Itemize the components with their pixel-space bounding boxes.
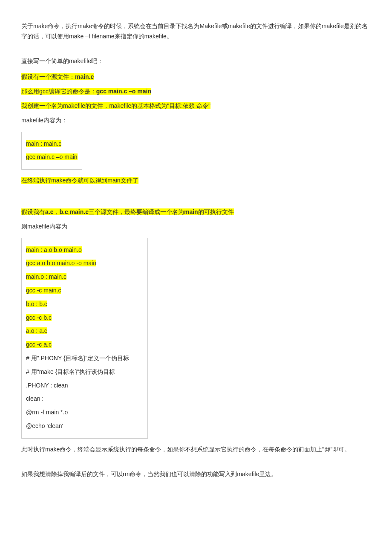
separator: ， (53, 208, 59, 215)
code-line: main.o : main.c (26, 273, 66, 280)
code-line: # 用"make {目标名}"执行该伪目标 (26, 368, 115, 375)
section1-lead: 直接写一个简单的makefile吧： (21, 56, 371, 66)
code-line: # 用".PHONY {目标名}"定义一个伪目标 (26, 355, 129, 361)
code-line: gcc -c a.c (26, 341, 52, 348)
code-line: gcc a.o b.o main.o -o main (26, 260, 96, 266)
code-line: gcc main.c –o main (26, 153, 78, 160)
section2-content-label: 则makefile内容为 (21, 222, 371, 232)
highlight-terminal-result: 在终端执行make命令就可以得到main文件了 (21, 177, 138, 184)
filename-a-c: a.c (45, 208, 53, 215)
highlight-makefile-format: 我创建一个名为makefile的文件，makefile的基本格式为"目标:依赖 … (21, 102, 210, 109)
code-line: @echo 'clean' (26, 422, 63, 429)
code-line: gcc -c main.c (26, 287, 61, 294)
intro-paragraph: 关于make命令，执行make命令的时候，系统会在当前目录下找名为Makefil… (21, 21, 371, 42)
highlight-gcc-command: 那么用gcc编译它的命令是：gcc main.c –o main (21, 88, 151, 95)
code-line: .PHONY : clean (26, 382, 68, 389)
gcc-command: gcc main.c –o main (96, 88, 151, 95)
text: 假设有一个源文件： (21, 73, 75, 80)
paragraph-at-sign: 此时执行make命令，终端会显示系统执行的每条命令，如果你不想系统显示它执行的命… (21, 445, 371, 455)
filename-main-c: main.c (70, 208, 89, 215)
code-line: main : a.o b.o main.o (26, 246, 82, 253)
section1-content-label: makefile内容为： (21, 116, 371, 126)
code-line: main : main.c (26, 140, 61, 147)
filename-main: main (184, 208, 198, 215)
text: 假设我有 (21, 208, 45, 215)
code-line: @rm -f main *.o (26, 409, 68, 416)
highlight-assume-source: 假设有一个源文件：main.c (21, 73, 94, 80)
code-line: a.o : a.c (26, 327, 47, 334)
code-box-simple: main : main.c gcc main.c –o main (21, 132, 82, 170)
code-box-full: main : a.o b.o main.o gcc a.o b.o main.o… (21, 238, 148, 439)
text: 的可执行文件 (198, 208, 234, 215)
code-line: b.o : b.c (26, 301, 47, 307)
text: 三个源文件，最终要编译成一个名为 (89, 208, 184, 215)
highlight-three-sources: 假设我有a.c，b.c,main.c三个源文件，最终要编译成一个名为main的可… (21, 208, 234, 215)
code-line: gcc -c b.c (26, 314, 52, 321)
filename-main-c: main.c (75, 73, 94, 80)
filename-b-c: b.c (59, 208, 68, 215)
text: 那么用gcc编译它的命令是： (21, 88, 96, 95)
paragraph-clean: 如果我想清除掉我编译后的文件，可以rm命令，当然我们也可以清除的功能写入到mak… (21, 469, 371, 480)
code-line: clean : (26, 395, 43, 402)
